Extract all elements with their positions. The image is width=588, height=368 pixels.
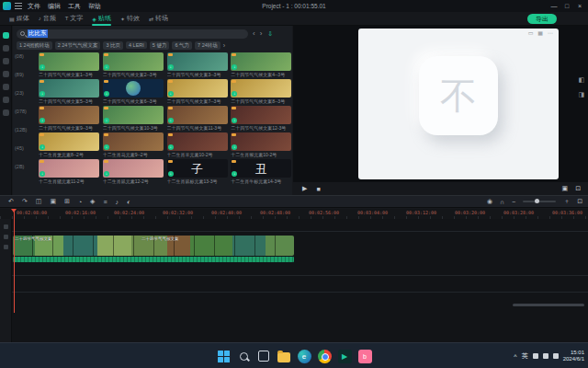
- snap-icon[interactable]: ∩: [500, 199, 504, 205]
- battery-icon[interactable]: [553, 353, 559, 359]
- close-button[interactable]: ×: [573, 3, 586, 9]
- media-thumbnail[interactable]: ↓: [103, 52, 164, 71]
- more-icon[interactable]: ⋯: [548, 29, 553, 36]
- speed-icon[interactable]: ◔: [78, 199, 82, 205]
- grid-icon[interactable]: ▦: [537, 29, 543, 36]
- zoom-out-icon[interactable]: −: [512, 199, 515, 205]
- fit-timeline-icon[interactable]: ⊡: [577, 198, 582, 205]
- taskbar-clock[interactable]: 15:01 2024/6/1: [563, 350, 584, 362]
- panel-collapse-icon[interactable]: ◧: [578, 76, 584, 84]
- collection-item[interactable]: (08): [15, 53, 39, 59]
- video-clip[interactable]: 二十四节气气候文案 二十四节气气候文案: [13, 236, 294, 256]
- ime-indicator[interactable]: 英: [522, 351, 528, 361]
- download-icon[interactable]: ↓: [40, 91, 45, 97]
- download-icon[interactable]: ↓: [232, 64, 237, 70]
- media-item[interactable]: ↓二十四节气气候文案2--3号: [103, 52, 164, 79]
- media-item[interactable]: ↓十二生肖鼠元素12-2号: [103, 159, 164, 186]
- download-icon[interactable]: ↓: [168, 171, 174, 177]
- snapshot-icon[interactable]: ▣: [562, 185, 569, 192]
- download-icon[interactable]: ↓: [232, 118, 237, 123]
- tab-text[interactable]: T文字: [65, 12, 84, 26]
- media-item[interactable]: 子↓十二生肖鼠标元素13-3号: [167, 159, 229, 186]
- audio-clip[interactable]: [13, 257, 294, 262]
- start-button[interactable]: [217, 350, 231, 363]
- download-icon[interactable]: ↓: [104, 118, 109, 123]
- network-icon[interactable]: [533, 353, 538, 359]
- menu-tools[interactable]: 工具: [68, 2, 81, 11]
- media-thumbnail[interactable]: ↓: [103, 159, 164, 178]
- media-item[interactable]: ↓二十四节气气候文案9--3号: [39, 106, 100, 132]
- collection-item[interactable]: (23): [15, 90, 39, 96]
- zoom-in-icon[interactable]: ＋: [563, 197, 570, 206]
- media-item[interactable]: ↓二十四节气气候文案3--3号: [167, 52, 229, 79]
- preview-stage[interactable]: 不: [358, 29, 559, 179]
- media-item[interactable]: ↓二十四节气气候文案11-3号: [167, 106, 229, 132]
- add-marker-icon[interactable]: ⊞: [64, 198, 70, 205]
- keyframe-icon[interactable]: ◈: [90, 198, 95, 205]
- media-thumbnail[interactable]: ↓: [39, 52, 99, 71]
- download-icon[interactable]: ↓: [168, 64, 174, 70]
- chip[interactable]: 7 24转场: [195, 41, 220, 50]
- file-explorer-button[interactable]: [277, 350, 291, 363]
- menu-icon[interactable]: [15, 3, 22, 9]
- color-icon[interactable]: ◐: [127, 199, 130, 205]
- media-thumbnail[interactable]: ↓: [231, 106, 291, 124]
- tab-transitions[interactable]: ⇄转场: [149, 12, 168, 26]
- download-icon[interactable]: ↓: [40, 64, 45, 70]
- category-icon-4[interactable]: [3, 71, 9, 77]
- media-thumbnail[interactable]: ↓: [39, 79, 99, 98]
- chips-overflow-icon[interactable]: ›: [223, 42, 225, 49]
- bilibili-button[interactable]: b: [358, 350, 372, 363]
- export-button[interactable]: 导出: [527, 14, 557, 24]
- properties-icon[interactable]: ≡: [104, 199, 107, 205]
- menu-help[interactable]: 帮助: [88, 2, 101, 11]
- edge-button[interactable]: e: [298, 350, 311, 363]
- download-icon[interactable]: ↓: [104, 171, 109, 177]
- tab-stickers[interactable]: ◈贴纸: [92, 12, 111, 26]
- download-icon[interactable]: ↓: [104, 64, 109, 70]
- chip[interactable]: 4 LERI: [126, 41, 147, 49]
- collection-item[interactable]: (12B): [15, 127, 39, 132]
- tab-media[interactable]: ▤媒体: [9, 12, 29, 26]
- chip[interactable]: 5 键力: [150, 41, 170, 50]
- taskbar-search-button[interactable]: [237, 350, 251, 363]
- media-thumbnail[interactable]: 子↓: [167, 159, 228, 178]
- media-thumbnail[interactable]: ↓: [103, 132, 164, 151]
- menu-file[interactable]: 文件: [28, 2, 40, 11]
- track-mute-icon[interactable]: [4, 235, 8, 239]
- media-thumbnail[interactable]: 丑↓: [231, 159, 291, 178]
- filmora-taskbar-button[interactable]: ▶: [338, 350, 352, 363]
- chip[interactable]: 2 24节气气候文案: [55, 41, 101, 50]
- page-prev-button[interactable]: ‹: [253, 29, 255, 38]
- zoom-slider[interactable]: [523, 201, 556, 202]
- timeline-scrollbar[interactable]: [513, 304, 584, 306]
- tab-effects[interactable]: ✦特效: [120, 12, 140, 26]
- media-thumbnail[interactable]: ↓: [231, 52, 291, 71]
- media-item[interactable]: ↓十二生肖马元素9--2号: [103, 132, 164, 159]
- download-icon[interactable]: ↓: [232, 91, 237, 97]
- download-icon[interactable]: ↓: [232, 144, 237, 150]
- media-item[interactable]: ↓二十四节气气候文案1--3号: [39, 52, 100, 79]
- download-icon[interactable]: ↓: [104, 91, 109, 97]
- media-thumbnail[interactable]: ↓: [39, 159, 99, 178]
- media-item[interactable]: 丑↓十二生肖牛标元素14-3号: [231, 159, 292, 186]
- media-item[interactable]: ↓二十四节气气候文案6--3号: [103, 79, 164, 106]
- media-item[interactable]: ↓二十四节气气候文案10-3号: [103, 106, 164, 132]
- panel-expand-icon[interactable]: ◨: [578, 91, 584, 98]
- media-thumbnail[interactable]: ↓: [167, 132, 228, 151]
- crop-icon[interactable]: ▣: [50, 198, 56, 205]
- maximize-button[interactable]: □: [560, 3, 573, 9]
- media-thumbnail[interactable]: ↓: [39, 106, 99, 124]
- chip[interactable]: 6 气力: [172, 41, 192, 50]
- volume-icon[interactable]: [543, 353, 548, 359]
- media-item[interactable]: ↓十二生肖猴元素10-2号: [231, 132, 292, 159]
- category-icon-2[interactable]: [3, 45, 9, 52]
- minimize-button[interactable]: —: [548, 3, 560, 9]
- media-thumbnail[interactable]: ↓: [167, 52, 228, 71]
- media-thumbnail[interactable]: ↓: [39, 132, 99, 151]
- media-item[interactable]: ↓十二生肖龙元素8--2号: [39, 132, 100, 159]
- batch-download-icon[interactable]: ⇩: [267, 30, 273, 38]
- media-item[interactable]: ↓二十四节气气候文案4--3号: [231, 52, 292, 79]
- redo-icon[interactable]: ↷: [22, 198, 28, 205]
- stop-button[interactable]: ■: [316, 186, 320, 192]
